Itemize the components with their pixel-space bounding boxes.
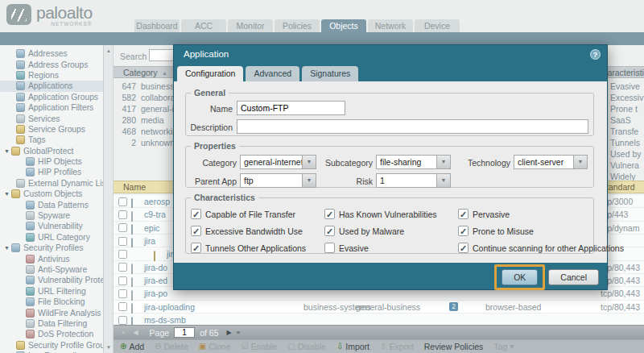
sidebar-item-anti-spyware[interactable]: Anti-Spyware [0,264,103,275]
sidebar-item-service-groups[interactable]: Service Groups [0,124,103,135]
row-checkbox[interactable] [118,250,127,259]
enable-button[interactable]: ☑Enable [242,342,278,351]
cancel-button[interactable]: Cancel [548,269,599,285]
sidebar-item-url-filtering[interactable]: URL Filtering [0,286,103,297]
tab-acc[interactable]: ACC [181,19,226,32]
row-checkbox[interactable] [118,237,127,246]
name-column-header[interactable]: Name [123,181,146,193]
row-checkbox[interactable] [118,197,127,206]
sidebar-item-external-dynamic-lists[interactable]: External Dynamic Lists [0,178,103,189]
name-field[interactable] [237,101,345,115]
sidebar-item-tags[interactable]: Tags [0,135,103,145]
sidebar-item-services[interactable]: Services [0,113,103,123]
sidebar-item-globalprotect[interactable]: ▼GlobalProtect [0,146,103,156]
table-row[interactable]: jira-uploading business-systems general-… [114,301,644,314]
row-checkbox[interactable] [118,289,127,298]
subcategory-dropdown[interactable]: file-sharing▼ [376,155,451,169]
next-page-icon[interactable]: ▶ [227,329,232,336]
row-checkbox[interactable] [118,302,127,311]
tab-network[interactable]: Network [368,19,413,32]
application-name-link[interactable]: c9-tra [144,208,166,221]
sidebar-item-url-category[interactable]: URL Category [0,232,103,243]
checkbox-capable-of-file-transfer[interactable]: ✓Capable of File Transfer [191,209,295,219]
scroll-down-icon[interactable]: ▼ [104,345,114,350]
technology-dropdown[interactable]: client-server▼ [514,155,588,169]
tab-device[interactable]: Device [415,19,460,32]
checkbox-excessive-bandwidth-use[interactable]: ✓Excessive Bandwidth Use [191,226,303,236]
row-checkbox[interactable] [118,263,127,272]
risk-dropdown[interactable]: 1▼ [376,173,451,188]
tab-policies[interactable]: Policies [275,19,320,32]
application-name-link[interactable]: jira [144,235,155,247]
add-button[interactable]: ⊕Add [120,342,144,351]
application-name-link[interactable]: jira-do [144,261,167,274]
sidebar-item-spyware[interactable]: Spyware [0,210,103,221]
sidebar-item-vulnerability[interactable]: Vulnerability [0,221,103,231]
sidebar-item-dos-protection[interactable]: DoS Protection [0,329,103,339]
sidebar-item-applications[interactable]: Applications [0,81,103,91]
row-checkbox[interactable] [118,223,127,232]
checkbox-prone-to-misuse[interactable]: ✓Prone to Misuse [458,226,534,236]
delete-button[interactable]: ⊖Delete [155,342,188,351]
tab-dashboard[interactable]: Dashboard [134,19,180,32]
last-page-icon[interactable]: » [237,329,240,336]
sidebar-item-data-patterns[interactable]: Data Patterns [0,199,103,210]
ok-button[interactable]: OK [502,269,538,285]
checkbox-continue-scanning[interactable]: ✓Continue scanning for other Application… [458,243,624,253]
application-name-link[interactable]: jira-ed [144,274,167,287]
checkbox-has-known-vulnerabilities[interactable]: ✓Has Known Vulnerabilities [324,209,437,219]
disable-button[interactable]: ▢Disable [287,342,325,351]
page-number-input[interactable] [174,327,195,338]
expand-arrow-icon[interactable]: ▼ [4,191,11,197]
clone-button[interactable]: ▣Clone [199,342,231,351]
tab-advanced[interactable]: Advanced [246,66,299,81]
row-checkbox[interactable] [118,316,127,325]
sidebar-item-security-profiles[interactable]: ▼Security Profiles [0,243,103,253]
sidebar-item-data-filtering[interactable]: Data Filtering [0,318,103,329]
expand-arrow-icon[interactable]: ▼ [4,148,11,154]
application-name-link[interactable]: epic [144,222,159,235]
sidebar-item-antivirus[interactable]: Antivirus [0,253,103,264]
sidebar-scrollbar[interactable]: ▲ ▼ [104,45,114,353]
subnav-band [0,32,644,45]
prev-page-icon[interactable]: ◀ [133,329,138,336]
sidebar-item-regions[interactable]: Regions [0,70,103,81]
export-button[interactable]: ⇧Export [380,342,414,351]
sidebar-item-hip-profiles[interactable]: HIP Profiles [0,167,103,177]
sidebar-item-security-profile-groups[interactable]: Security Profile Groups [0,340,103,351]
sidebar-item-vulnerability-protection[interactable]: Vulnerability Protection [0,275,103,285]
category-column-header[interactable]: Category [123,67,158,78]
tag-button[interactable]: Tag▾ [493,342,514,351]
sidebar-item-wildfire-analysis[interactable]: WildFire Analysis [0,307,103,318]
help-icon[interactable]: ? [590,49,601,60]
tab-objects[interactable]: Objects [321,19,366,32]
import-button[interactable]: ⇩Import [336,342,369,351]
checkbox-pervasive[interactable]: ✓Pervasive [458,209,510,219]
application-name-link[interactable]: jira-uploading [144,301,195,314]
row-checkbox[interactable] [118,210,127,219]
row-technology: browser-based [485,301,541,314]
parent-app-dropdown[interactable]: ftp▼ [240,173,316,188]
checkbox-tunnels-other-applications[interactable]: ✓Tunnels Other Applications [191,243,306,253]
scroll-up-icon[interactable]: ▲ [104,48,114,53]
sidebar-item-addresses[interactable]: Addresses [0,48,103,59]
tab-signatures[interactable]: Signatures [302,66,358,81]
category-dropdown[interactable]: general-internet▼ [240,155,316,169]
checkbox-evasive[interactable]: Evasive [324,243,369,253]
tab-configuration[interactable]: Configuration [177,66,243,81]
application-name-link[interactable]: jira-po [144,287,167,300]
sidebar-item-application-groups[interactable]: Application Groups [0,92,103,102]
sidebar-item-address-groups[interactable]: Address Groups [0,59,103,69]
first-page-icon[interactable]: « [122,329,125,336]
sidebar-item-hip-objects[interactable]: HIP Objects [0,156,103,167]
review-policies-button[interactable]: Review Policies [424,342,484,351]
tab-monitor[interactable]: Monitor [228,19,273,32]
row-checkbox[interactable] [118,276,127,285]
description-field[interactable] [237,119,588,134]
sidebar-item-custom-objects[interactable]: ▼Custom Objects [0,189,103,199]
application-name-link[interactable]: aerosp [144,195,170,208]
sidebar-item-application-filters[interactable]: Application Filters [0,102,103,113]
checkbox-used-by-malware[interactable]: ✓Used by Malware [324,226,404,236]
sidebar-item-file-blocking[interactable]: File Blocking [0,297,103,307]
expand-arrow-icon[interactable]: ▼ [4,245,11,251]
